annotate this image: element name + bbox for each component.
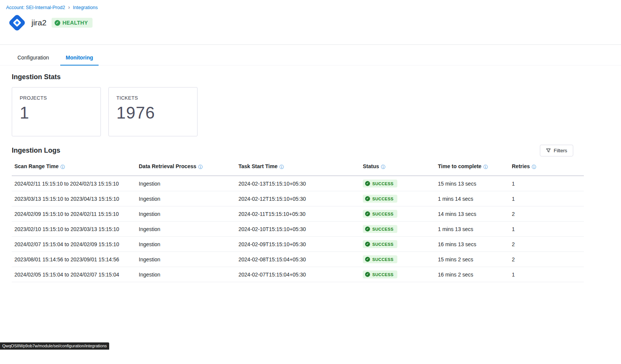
cell-scan_range: 2023/02/10 15:15:10 to 2023/03/13 15:15:… <box>12 222 136 237</box>
check-circle-icon: ✓ <box>365 272 370 277</box>
breadcrumb-integrations-link[interactable]: Integrations <box>73 5 97 10</box>
cell-status: ✓SUCCESS <box>360 176 435 191</box>
cell-retries: 1 <box>509 191 584 206</box>
stat-card-label: TICKETS <box>116 95 190 101</box>
info-icon[interactable]: ⓘ <box>198 164 203 170</box>
cell-status: ✓SUCCESS <box>360 237 435 252</box>
main-content: Ingestion Stats PROJECTS 1 TICKETS 1976 … <box>0 66 621 282</box>
table-row: 2024/02/09 15:15:10 to 2024/02/11 15:15:… <box>12 206 584 222</box>
chevron-right-icon: › <box>68 5 70 10</box>
stat-cards: PROJECTS 1 TICKETS 1976 <box>12 87 621 136</box>
check-circle-icon: ✓ <box>365 257 370 262</box>
cell-process: Ingestion <box>136 222 236 237</box>
page-header: Account: SEI-Internal-Prod2 › Integratio… <box>0 0 621 45</box>
stat-card-value: 1976 <box>116 104 190 122</box>
column-header-task-start: Task Start Timeⓘ <box>236 159 360 176</box>
check-circle-icon: ✓ <box>365 227 370 231</box>
check-circle-icon: ✓ <box>365 242 370 247</box>
cell-task_start: 2024-02-10T15:15:10+05:30 <box>236 222 360 237</box>
health-status-label: HEALTHY <box>63 20 88 26</box>
cell-time_to_complete: 16 mins 2 secs <box>435 267 509 282</box>
filter-funnel-icon <box>546 148 551 153</box>
cell-scan_range: 2023/03/13 15:15:10 to 2023/04/13 15:15:… <box>12 191 136 206</box>
status-badge: ✓SUCCESS <box>363 195 397 203</box>
stat-card-projects: PROJECTS 1 <box>12 87 101 136</box>
table-row: 2023/02/10 15:15:10 to 2023/03/13 15:15:… <box>12 222 584 237</box>
cell-retries: 1 <box>509 176 584 191</box>
status-badge: ✓SUCCESS <box>363 270 397 278</box>
cell-retries: 1 <box>509 222 584 237</box>
status-bar-url: QwqOSIIWp9ob7w/module/sei/configuration/… <box>0 342 109 350</box>
table-header-row: Scan Range Timeⓘ Data Retrieval Processⓘ… <box>12 159 584 176</box>
info-icon[interactable]: ⓘ <box>483 164 488 170</box>
cell-status: ✓SUCCESS <box>360 206 435 222</box>
tab-configuration[interactable]: Configuration <box>12 51 54 65</box>
logs-table-body: 2024/02/11 15:15:10 to 2024/02/13 15:15:… <box>12 176 584 282</box>
cell-process: Ingestion <box>136 191 236 206</box>
status-label: SUCCESS <box>372 242 394 247</box>
tab-monitoring[interactable]: Monitoring <box>60 51 98 66</box>
cell-retries: 2 <box>509 237 584 252</box>
table-row: 2024/02/07 15:15:04 to 2024/02/09 15:15:… <box>12 237 584 252</box>
cell-time_to_complete: 14 mins 13 secs <box>435 206 509 222</box>
health-status-badge: ✓ HEALTHY <box>52 18 93 28</box>
cell-task_start: 2024-02-08T15:15:04+05:30 <box>236 252 360 267</box>
cell-process: Ingestion <box>136 237 236 252</box>
status-label: SUCCESS <box>372 197 394 201</box>
column-header-scan-range: Scan Range Timeⓘ <box>12 159 136 176</box>
cell-task_start: 2024-02-13T15:15:10+05:30 <box>236 176 360 191</box>
filters-button[interactable]: Filters <box>540 145 573 156</box>
cell-scan_range: 2024/02/09 15:15:10 to 2024/02/11 15:15:… <box>12 206 136 222</box>
cell-task_start: 2024-02-09T15:15:10+05:30 <box>236 237 360 252</box>
column-header-time-to-complete: Time to completeⓘ <box>435 159 509 176</box>
check-circle-icon: ✓ <box>55 20 60 26</box>
ingestion-logs-table: Scan Range Timeⓘ Data Retrieval Processⓘ… <box>12 159 584 282</box>
status-badge: ✓SUCCESS <box>363 240 397 248</box>
ingestion-stats-heading: Ingestion Stats <box>12 73 621 81</box>
cell-retries: 2 <box>509 206 584 222</box>
table-row: 2024/02/05 15:15:04 to 2024/02/07 15:15:… <box>12 267 584 282</box>
cell-status: ✓SUCCESS <box>360 252 435 267</box>
check-circle-icon: ✓ <box>365 211 370 216</box>
table-row: 2024/02/11 15:15:10 to 2024/02/13 15:15:… <box>12 176 584 191</box>
cell-scan_range: 2024/02/07 15:15:04 to 2024/02/09 15:15:… <box>12 237 136 252</box>
status-label: SUCCESS <box>372 227 394 231</box>
column-header-status: Statusⓘ <box>360 159 435 176</box>
ingestion-logs-heading: Ingestion Logs <box>12 147 60 155</box>
info-icon[interactable]: ⓘ <box>279 164 284 170</box>
cell-status: ✓SUCCESS <box>360 191 435 206</box>
check-circle-icon: ✓ <box>365 196 370 201</box>
cell-time_to_complete: 1 mins 13 secs <box>435 222 509 237</box>
cell-status: ✓SUCCESS <box>360 267 435 282</box>
cell-scan_range: 2023/08/01 15:14:56 to 2023/09/01 15:14:… <box>12 252 136 267</box>
cell-scan_range: 2024/02/05 15:15:04 to 2024/02/07 15:15:… <box>12 267 136 282</box>
info-icon[interactable]: ⓘ <box>381 164 386 170</box>
stat-card-tickets: TICKETS 1976 <box>108 87 198 136</box>
status-label: SUCCESS <box>372 212 394 216</box>
stat-card-value: 1 <box>20 104 93 122</box>
page-title: jira2 <box>31 18 47 27</box>
cell-time_to_complete: 1 mins 14 secs <box>435 191 509 206</box>
info-icon[interactable]: ⓘ <box>60 164 65 170</box>
info-icon[interactable]: ⓘ <box>532 164 536 170</box>
cell-time_to_complete: 15 mins 2 secs <box>435 252 509 267</box>
title-row: jira2 ✓ HEALTHY <box>6 13 615 32</box>
breadcrumb-account-link[interactable]: Account: SEI-Internal-Prod2 <box>6 5 65 10</box>
table-row: 2023/03/13 15:15:10 to 2023/04/13 15:15:… <box>12 191 584 206</box>
tab-bar: Configuration Monitoring <box>0 51 621 66</box>
check-circle-icon: ✓ <box>365 181 370 186</box>
status-badge: ✓SUCCESS <box>363 180 397 187</box>
cell-task_start: 2024-02-12T15:15:10+05:30 <box>236 191 360 206</box>
cell-retries: 2 <box>509 252 584 267</box>
cell-status: ✓SUCCESS <box>360 222 435 237</box>
ingestion-logs-header: Ingestion Logs Filters <box>12 145 584 156</box>
cell-task_start: 2024-02-07T15:15:04+05:30 <box>236 267 360 282</box>
cell-process: Ingestion <box>136 267 236 282</box>
jira-logo-icon <box>8 13 27 32</box>
cell-time_to_complete: 15 mins 13 secs <box>435 176 509 191</box>
table-row: 2023/08/01 15:14:56 to 2023/09/01 15:14:… <box>12 252 584 267</box>
cell-task_start: 2024-02-11T15:15:10+05:30 <box>236 206 360 222</box>
status-badge: ✓SUCCESS <box>363 210 397 218</box>
cell-process: Ingestion <box>136 206 236 222</box>
breadcrumb: Account: SEI-Internal-Prod2 › Integratio… <box>6 5 615 10</box>
